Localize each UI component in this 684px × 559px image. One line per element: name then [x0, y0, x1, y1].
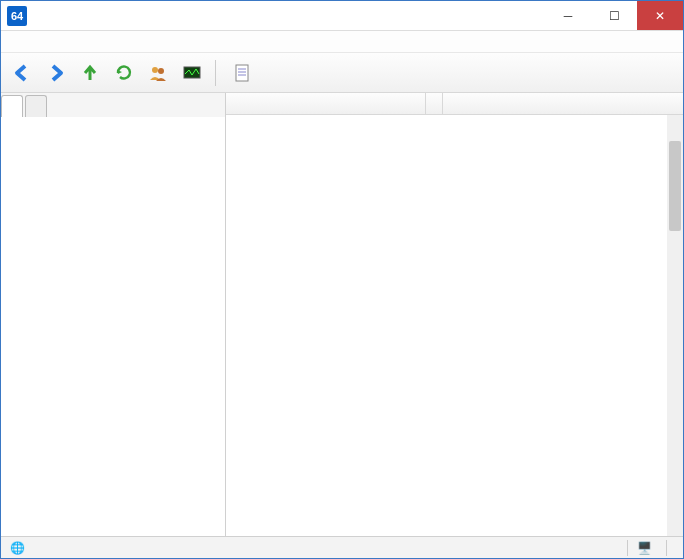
- content-area: [226, 115, 683, 536]
- svg-point-1: [158, 68, 164, 74]
- toolbar-separator: [215, 60, 216, 86]
- menu-favorites[interactable]: [63, 40, 75, 44]
- menu-tools[interactable]: [77, 40, 89, 44]
- close-button[interactable]: ✕: [637, 1, 683, 30]
- menu-view[interactable]: [21, 40, 33, 44]
- back-button[interactable]: [7, 58, 37, 88]
- monitor-button[interactable]: [177, 58, 207, 88]
- minimize-button[interactable]: ─: [545, 1, 591, 30]
- toolbar: [1, 53, 683, 93]
- menu-help[interactable]: [91, 40, 103, 44]
- menu-report[interactable]: [35, 40, 47, 44]
- right-pane: [226, 93, 683, 536]
- tab-favorites[interactable]: [25, 95, 47, 117]
- left-pane: [1, 93, 226, 536]
- computer-icon: 🖥️: [636, 540, 652, 556]
- report-button[interactable]: [224, 58, 266, 88]
- tab-menu[interactable]: [1, 95, 23, 117]
- maximize-button[interactable]: ☐: [591, 1, 637, 30]
- app-icon: 64: [7, 6, 27, 26]
- col-value[interactable]: [426, 93, 443, 114]
- report-icon: [232, 63, 252, 83]
- statusbar: 🌐 🖥️: [1, 536, 683, 558]
- menubar: [1, 31, 683, 53]
- col-field[interactable]: [226, 93, 426, 114]
- globe-icon: 🌐: [9, 540, 25, 556]
- users-button[interactable]: [143, 58, 173, 88]
- svg-rect-3: [236, 65, 248, 81]
- scrollbar-thumb[interactable]: [669, 141, 681, 231]
- forward-button[interactable]: [41, 58, 71, 88]
- nav-tree[interactable]: [1, 117, 225, 536]
- scrollbar[interactable]: [667, 115, 683, 536]
- titlebar: 64 ─ ☐ ✕: [1, 1, 683, 31]
- column-headers[interactable]: [226, 93, 683, 115]
- status-left: 🌐: [1, 540, 39, 556]
- status-mid: 🖥️: [627, 540, 667, 556]
- menu-file[interactable]: [7, 40, 19, 44]
- up-button[interactable]: [75, 58, 105, 88]
- menu-remote[interactable]: [49, 40, 61, 44]
- svg-point-0: [152, 67, 158, 73]
- refresh-button[interactable]: [109, 58, 139, 88]
